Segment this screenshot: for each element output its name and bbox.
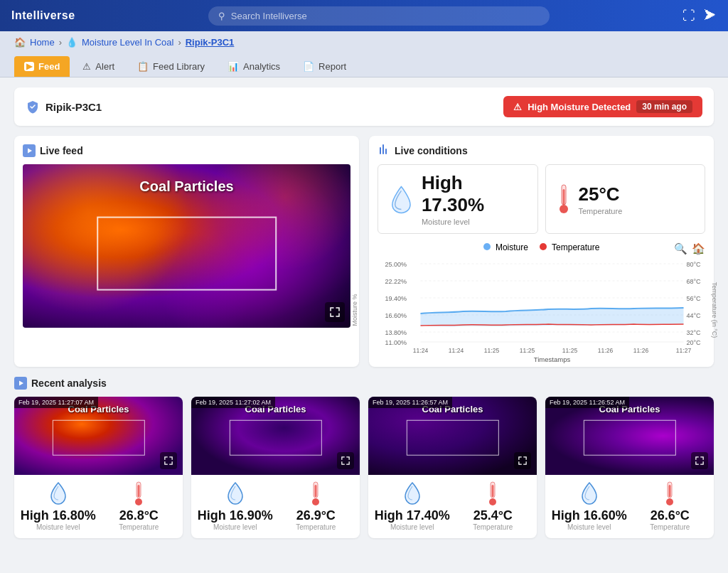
tab-feed-library-label: Feed Library: [153, 61, 205, 72]
recent-analysis-grid: Feb 19, 2025 11:27:07 AM Coal Particles: [14, 397, 714, 538]
live-feed-image: Coal Particles: [23, 164, 350, 328]
logout-icon[interactable]: ⮞: [704, 9, 717, 23]
moisture-label-3: Moisture level: [374, 523, 451, 531]
expand-icon: [330, 307, 340, 317]
recent-analysis-title: Recent analysis: [14, 377, 714, 390]
live-conditions-panel: Live conditions High 17.30% Moisture lev…: [369, 136, 714, 367]
analysis-card-1: Feb 19, 2025 11:27:07 AM Coal Particles: [14, 397, 183, 538]
tab-feed[interactable]: ▶ Feed: [14, 56, 70, 77]
breadcrumb-level1[interactable]: Moisture Level In Coal: [82, 37, 173, 48]
tab-report-label: Report: [318, 61, 346, 72]
temp-label-1: Temperature: [101, 523, 178, 531]
chart-legend: Moisture Temperature 🔍 🏠: [378, 242, 705, 252]
thermometer-icon: [556, 183, 572, 215]
svg-point-43: [312, 498, 319, 505]
temp-label-4: Temperature: [632, 523, 709, 531]
svg-rect-4: [385, 149, 387, 154]
tab-feed-label: Feed: [38, 61, 60, 72]
chart-search-icon[interactable]: 🔍: [674, 242, 687, 255]
svg-text:11:24: 11:24: [413, 347, 429, 354]
svg-text:11.00%: 11.00%: [385, 339, 407, 346]
temp-label-3: Temperature: [455, 523, 532, 531]
device-name: Ripik-P3C1: [26, 100, 102, 114]
svg-point-46: [489, 498, 496, 505]
breadcrumb-level2: Ripik-P3C1: [186, 37, 235, 48]
chart-home-icon[interactable]: 🏠: [692, 242, 705, 255]
moisture-reading-2: High 16.90% Moisture level: [197, 481, 274, 531]
temperature-card: 25°C Temperature: [545, 164, 706, 234]
moisture-label: Moisture level: [422, 218, 528, 226]
device-name-text: Ripik-P3C1: [46, 101, 102, 113]
expand-button-4[interactable]: [691, 452, 708, 469]
alert-badge: ⚠ High Moisture Detected 30 min ago: [503, 96, 702, 117]
expand-button-2[interactable]: [337, 452, 354, 469]
coal-visualization: Coal Particles: [23, 164, 350, 328]
svg-text:Temperature (in °C): Temperature (in °C): [711, 282, 718, 338]
tab-report[interactable]: 📄 Report: [293, 56, 356, 77]
breadcrumb-icon-1: 💧: [66, 37, 77, 48]
detection-rect: [97, 217, 277, 291]
svg-text:22.22%: 22.22%: [385, 278, 407, 285]
analysis-img-1: Feb 19, 2025 11:27:07 AM Coal Particles: [14, 397, 183, 475]
svg-point-49: [666, 498, 673, 505]
svg-text:11:24: 11:24: [449, 347, 464, 354]
svg-text:11:26: 11:26: [598, 347, 614, 354]
svg-point-6: [560, 205, 568, 213]
svg-text:68°C: 68°C: [687, 278, 702, 285]
thermo-icon-2: [309, 481, 322, 506]
moisture-value: High 17.30%: [422, 172, 528, 216]
moisture-value-1: High 16.80%: [20, 508, 97, 523]
temperature-legend-dot: [540, 243, 547, 250]
svg-rect-41: [138, 485, 140, 497]
thermo-icon-1: [132, 481, 145, 506]
svg-text:Moisture %: Moisture %: [351, 294, 358, 326]
thermo-icon-3: [486, 481, 499, 506]
svg-point-40: [135, 498, 142, 505]
analytics-icon: 📊: [228, 61, 239, 72]
fullscreen-icon[interactable]: ⛶: [682, 9, 695, 23]
moisture-legend-dot: [483, 243, 491, 250]
home-icon: 🏠: [14, 37, 26, 48]
tab-feed-library[interactable]: 📋 Feed Library: [127, 56, 215, 77]
search-bar[interactable]: ⚲: [208, 6, 550, 26]
breadcrumb-sep-2: ›: [178, 37, 181, 48]
analysis-readings-4: High 16.60% Moisture level 26.6°C Temper…: [545, 475, 714, 538]
moisture-reading: High 17.30% Moisture level: [422, 172, 528, 226]
svg-text:56°C: 56°C: [687, 295, 702, 302]
expand-button[interactable]: [325, 302, 345, 322]
play-icon: ▶: [24, 62, 34, 71]
svg-text:16.60%: 16.60%: [385, 312, 407, 319]
search-input[interactable]: [231, 11, 540, 21]
two-col-layout: Live feed Coal Particles: [14, 136, 714, 367]
temp-reading-4: 26.6°C Temperature: [632, 481, 709, 531]
breadcrumb-home[interactable]: Home: [30, 37, 55, 48]
svg-text:Timestamps: Timestamps: [534, 355, 571, 363]
svg-text:25.00%: 25.00%: [385, 261, 407, 268]
moisture-label-4: Moisture level: [551, 523, 628, 531]
tab-alert-label: Alert: [95, 61, 114, 72]
alert-warning-icon: ⚠: [513, 102, 522, 112]
analysis-timestamp-3: Feb 19, 2025 11:26:57 AM: [368, 397, 452, 408]
analysis-readings-3: High 17.40% Moisture level 25.4°C Temper…: [368, 475, 537, 538]
svg-text:11:25: 11:25: [520, 347, 535, 354]
expand-button-1[interactable]: [160, 452, 177, 469]
expand-icon-2: [341, 456, 350, 465]
tab-alert[interactable]: ⚠ Alert: [73, 56, 124, 77]
analysis-readings-1: High 16.80% Moisture level 26.8°C Temper…: [14, 475, 183, 538]
conditions-row: High 17.30% Moisture level 25°C Temperat…: [378, 164, 705, 234]
conditions-icon: [378, 144, 390, 157]
alert-time: 30 min ago: [636, 100, 692, 113]
library-icon: 📋: [137, 61, 149, 72]
analysis-timestamp-4: Feb 19, 2025 11:26:52 AM: [545, 397, 629, 408]
temp-value-3: 25.4°C: [455, 508, 532, 523]
svg-text:32°C: 32°C: [687, 329, 702, 336]
tab-analytics[interactable]: 📊 Analytics: [218, 56, 290, 77]
play-square-icon: [23, 144, 36, 157]
thermo-icon-4: [663, 481, 676, 506]
analysis-img-2: Feb 19, 2025 11:27:02 AM Coal Particles: [191, 397, 360, 475]
brand-logo: Intelliverse: [11, 9, 75, 22]
temp-label-2: Temperature: [278, 523, 355, 531]
analysis-img-4: Feb 19, 2025 11:26:52 AM Coal Particles: [545, 397, 714, 475]
expand-button-3[interactable]: [514, 452, 531, 469]
moisture-reading-4: High 16.60% Moisture level: [551, 481, 628, 531]
